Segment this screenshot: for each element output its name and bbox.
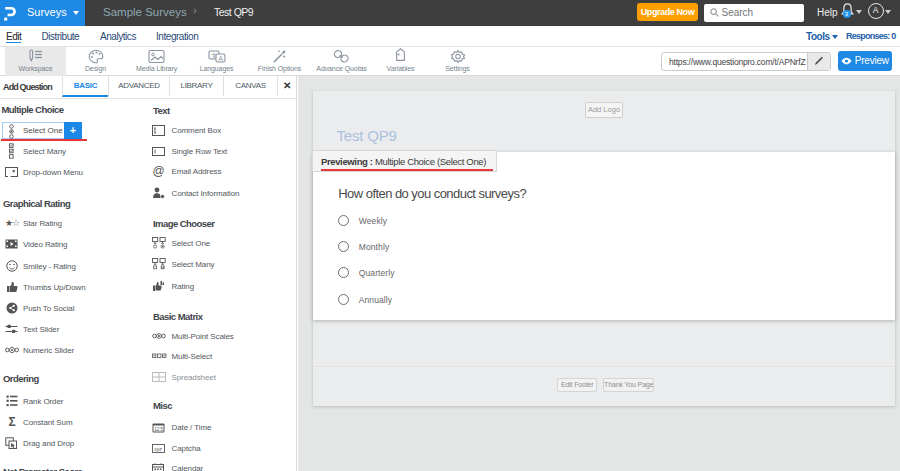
svg-text:A: A	[218, 55, 223, 62]
svg-text:12:5: 12:5	[154, 427, 163, 432]
svg-text:xyz: xyz	[153, 445, 162, 451]
